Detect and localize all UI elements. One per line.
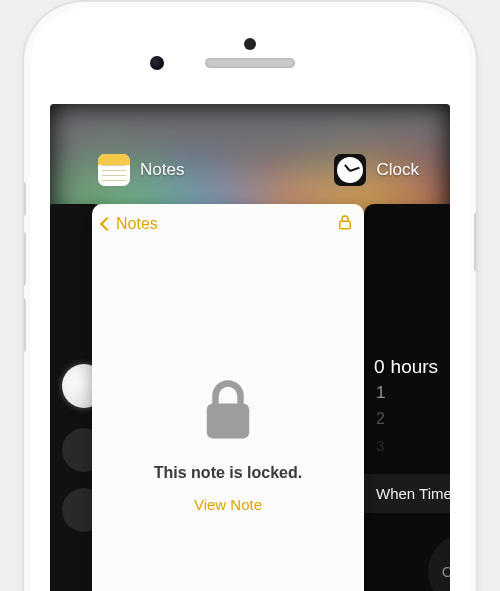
front-camera <box>244 38 256 50</box>
picker-row: 2 <box>374 406 450 432</box>
lock-icon[interactable] <box>336 213 354 235</box>
app-switcher-label-notes[interactable]: Notes <box>98 154 184 186</box>
mute-switch <box>24 182 26 216</box>
svg-rect-0 <box>340 221 351 229</box>
picker-selected-value: 0 <box>374 356 385 378</box>
picker-row: 1 <box>374 380 450 406</box>
chevron-left-icon <box>100 217 114 231</box>
notes-back-label: Notes <box>116 215 158 233</box>
notes-back-button[interactable]: Notes <box>102 215 158 233</box>
app-switcher-card-clock[interactable]: 0 hours 1 2 3 When Timer Ends Cancel <box>364 204 450 591</box>
iphone-bezel: Notes Clock 0 <box>30 8 470 591</box>
picker-selected-unit: hours <box>391 356 439 378</box>
volume-up-button <box>24 232 26 286</box>
screen: Notes Clock 0 <box>50 104 450 591</box>
clock-app-icon <box>334 154 366 186</box>
cancel-label: Cancel <box>442 563 450 580</box>
locked-note-body: This note is locked. View Note <box>92 244 364 591</box>
picker-row: 3 <box>374 432 450 458</box>
app-switcher-header: Notes Clock <box>50 148 450 192</box>
lock-large-icon <box>198 376 258 450</box>
iphone-frame: Notes Clock 0 <box>24 2 476 591</box>
earpiece-speaker <box>205 58 295 68</box>
proximity-sensor <box>150 56 164 70</box>
timer-hours-picker[interactable]: 0 hours 1 2 3 <box>374 354 450 458</box>
app-name-label: Clock <box>376 160 419 180</box>
app-switcher-label-clock[interactable]: Clock <box>334 154 419 186</box>
notes-app-icon <box>98 154 130 186</box>
picker-selected-row: 0 hours <box>374 354 450 380</box>
svg-rect-1 <box>207 403 250 438</box>
notes-nav-bar: Notes <box>92 204 364 244</box>
power-button <box>474 212 476 272</box>
when-timer-ends-row[interactable]: When Timer Ends <box>364 474 450 513</box>
volume-down-button <box>24 298 26 352</box>
app-switcher-card-notes[interactable]: Notes <box>92 204 364 591</box>
view-note-button[interactable]: View Note <box>194 496 262 513</box>
when-timer-ends-label: When Timer Ends <box>376 485 450 502</box>
app-name-label: Notes <box>140 160 184 180</box>
timer-cancel-button[interactable]: Cancel <box>428 534 450 591</box>
clock-face-icon <box>337 157 363 183</box>
locked-note-message: This note is locked. <box>154 464 302 482</box>
